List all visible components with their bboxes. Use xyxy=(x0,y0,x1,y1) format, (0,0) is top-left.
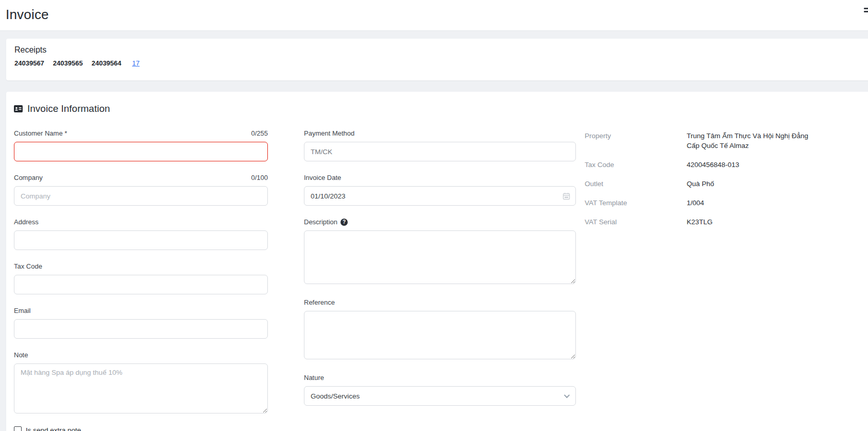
field-note: Note xyxy=(14,351,268,416)
section-header: Invoice Information xyxy=(14,103,868,114)
idcard-icon xyxy=(14,105,23,112)
invoice-date-input[interactable] xyxy=(304,186,576,206)
customer-name-input[interactable] xyxy=(14,142,268,161)
detail-row-property: Property Trung Tâm Ẩm Thực Và Hội Nghị Đ… xyxy=(585,131,827,151)
detail-row-tax-code: Tax Code 4200456848-013 xyxy=(585,160,827,170)
outlet-value: Quà Phố xyxy=(687,179,816,189)
detail-row-vat-serial: VAT Serial K23TLG xyxy=(585,217,827,227)
nature-value: Goods/Services xyxy=(311,392,360,400)
company-input[interactable] xyxy=(14,186,268,206)
field-email: Email xyxy=(14,307,268,339)
field-nature: Nature Goods/Services xyxy=(304,374,576,406)
form-column-middle: Payment Method Invoice Date xyxy=(304,129,576,418)
field-address: Address xyxy=(14,218,268,250)
tax-code-input[interactable] xyxy=(14,275,268,294)
receipt-number: 24039565 xyxy=(53,59,83,67)
vat-template-value: 1/004 xyxy=(687,198,816,208)
invoice-information-card: Invoice Information Customer Name * 0/25… xyxy=(6,92,868,431)
customer-name-label: Customer Name * xyxy=(14,129,67,137)
top-header: Invoice xyxy=(0,0,868,31)
reference-textarea[interactable] xyxy=(304,311,576,359)
receipt-number: 24039567 xyxy=(14,59,44,67)
extra-note-label: Is send extra note xyxy=(26,426,81,431)
tax-code-detail-label: Tax Code xyxy=(585,160,687,170)
extra-note-checkbox[interactable] xyxy=(14,426,22,431)
company-label: Company xyxy=(14,174,43,181)
detail-row-vat-template: VAT Template 1/004 xyxy=(585,198,827,208)
field-invoice-date: Invoice Date xyxy=(304,174,576,206)
field-tax-code: Tax Code xyxy=(14,262,268,294)
nature-label: Nature xyxy=(304,374,324,382)
field-customer-name: Customer Name * 0/255 xyxy=(14,129,268,161)
field-reference: Reference xyxy=(304,299,576,361)
vat-template-label: VAT Template xyxy=(585,198,687,208)
form-column-left: Customer Name * 0/255 Company 0/100 Addr… xyxy=(14,129,268,431)
field-description: Description ? xyxy=(304,218,576,286)
receipts-card: Receipts 24039567 24039565 24039564 17 xyxy=(6,39,868,80)
panel-toggle-icon[interactable] xyxy=(864,8,868,15)
receipts-more-link[interactable]: 17 xyxy=(132,59,140,67)
outlet-label: Outlet xyxy=(585,179,687,189)
invoice-date-label: Invoice Date xyxy=(304,174,341,181)
customer-name-counter: 0/255 xyxy=(251,129,268,137)
receipts-title: Receipts xyxy=(14,45,860,55)
page-title: Invoice xyxy=(6,7,49,23)
address-label: Address xyxy=(14,218,39,226)
address-input[interactable] xyxy=(14,230,268,250)
help-icon[interactable]: ? xyxy=(341,219,348,226)
description-textarea[interactable] xyxy=(304,230,576,284)
chevron-down-icon xyxy=(564,392,570,398)
property-label: Property xyxy=(585,131,687,151)
company-counter: 0/100 xyxy=(251,174,268,181)
field-payment-method: Payment Method xyxy=(304,129,576,161)
property-value: Trung Tâm Ẩm Thực Và Hội Nghị Đẳng Cấp Q… xyxy=(687,131,816,151)
reference-label: Reference xyxy=(304,299,335,306)
email-field[interactable] xyxy=(14,319,268,339)
nature-select[interactable]: Goods/Services xyxy=(304,386,576,406)
payment-method-input[interactable] xyxy=(304,142,576,161)
field-company: Company 0/100 xyxy=(14,174,268,206)
extra-note-row: Is send extra note xyxy=(14,426,268,431)
receipts-row: 24039567 24039565 24039564 17 xyxy=(14,59,860,67)
note-label: Note xyxy=(14,351,28,359)
section-title: Invoice Information xyxy=(27,103,110,114)
detail-row-outlet: Outlet Quà Phố xyxy=(585,179,827,189)
tax-code-label: Tax Code xyxy=(14,262,42,270)
tax-code-detail-value: 4200456848-013 xyxy=(687,160,816,170)
form-grid: Customer Name * 0/255 Company 0/100 Addr… xyxy=(14,129,868,431)
invoice-details-column: Property Trung Tâm Ẩm Thực Và Hội Nghị Đ… xyxy=(585,129,827,236)
email-label: Email xyxy=(14,307,31,314)
receipt-number: 24039564 xyxy=(92,59,122,67)
note-textarea[interactable] xyxy=(14,363,268,413)
payment-method-label: Payment Method xyxy=(304,129,354,137)
vat-serial-label: VAT Serial xyxy=(585,217,687,227)
vat-serial-value: K23TLG xyxy=(687,217,816,227)
description-label: Description ? xyxy=(304,218,348,226)
calendar-icon[interactable] xyxy=(563,192,570,202)
